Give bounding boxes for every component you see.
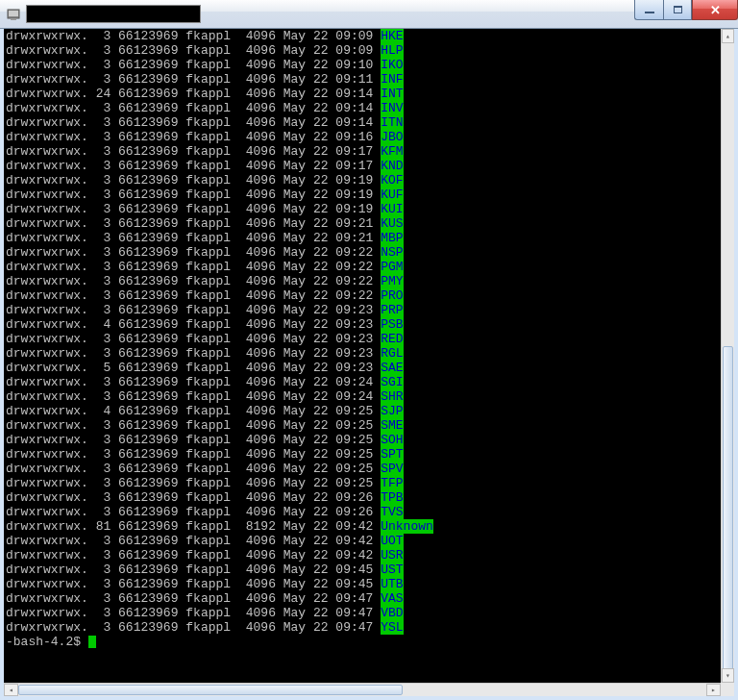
perm-col: drwxrwxrwx.: [6, 606, 88, 620]
group-col: fkappl: [185, 562, 231, 577]
close-button[interactable]: ✕: [692, 0, 738, 20]
owner-col: 66123969: [118, 288, 178, 303]
date-col: May 22 09:16: [283, 130, 374, 144]
links-col: 3: [96, 534, 111, 548]
group-col: fkappl: [185, 115, 231, 130]
date-col: May 22 09:25: [283, 433, 374, 447]
date-col: May 22 09:17: [283, 159, 374, 173]
dir-name: KUF: [381, 188, 403, 202]
date-col: May 22 09:47: [283, 620, 374, 635]
links-col: 4: [96, 317, 111, 332]
dir-listing-row: drwxrwxrwx. 3 66123969 fkappl 4096 May 2…: [6, 332, 719, 346]
size-col: 4096: [238, 548, 276, 562]
terminal-output[interactable]: drwxrwxrwx. 3 66123969 fkappl 4096 May 2…: [4, 29, 721, 696]
dir-name: USR: [381, 548, 403, 562]
perm-col: drwxrwxrwx.: [6, 72, 88, 87]
scroll-thumb-h[interactable]: [18, 685, 403, 695]
dir-listing-row: drwxrwxrwx. 3 66123969 fkappl 4096 May 2…: [6, 303, 719, 317]
size-col: 4096: [238, 159, 276, 173]
dir-name: PMY: [381, 274, 403, 288]
links-col: 3: [96, 577, 111, 591]
size-col: 4096: [238, 346, 276, 361]
owner-col: 66123969: [118, 332, 178, 346]
group-col: fkappl: [185, 620, 231, 635]
owner-col: 66123969: [118, 505, 178, 519]
links-col: 3: [96, 346, 111, 361]
scroll-thumb-v[interactable]: [723, 346, 733, 683]
perm-col: drwxrwxrwx.: [6, 216, 88, 231]
date-col: May 22 09:42: [283, 548, 374, 562]
owner-col: 66123969: [118, 447, 178, 462]
size-col: 4096: [238, 130, 276, 144]
owner-col: 66123969: [118, 490, 178, 505]
group-col: fkappl: [185, 188, 231, 202]
minimize-button[interactable]: [634, 0, 663, 20]
group-col: fkappl: [185, 389, 231, 404]
date-col: May 22 09:09: [283, 43, 374, 58]
scroll-right-button[interactable]: ▸: [706, 684, 721, 696]
dir-name: IKO: [381, 58, 403, 72]
group-col: fkappl: [185, 332, 231, 346]
dir-listing-row: drwxrwxrwx. 3 66123969 fkappl 4096 May 2…: [6, 115, 719, 130]
dir-listing-row: drwxrwxrwx. 3 66123969 fkappl 4096 May 2…: [6, 433, 719, 447]
window-controls: ✕: [634, 0, 738, 20]
scroll-left-button[interactable]: ◂: [4, 684, 18, 696]
owner-col: 66123969: [118, 159, 178, 173]
dir-listing-row: drwxrwxrwx. 3 66123969 fkappl 4096 May 2…: [6, 620, 719, 635]
dir-listing-row: drwxrwxrwx. 3 66123969 fkappl 4096 May 2…: [6, 577, 719, 591]
date-col: May 22 09:23: [283, 303, 374, 317]
links-col: 3: [96, 216, 111, 231]
date-col: May 22 09:26: [283, 490, 374, 505]
links-col: 5: [96, 361, 111, 375]
owner-col: 66123969: [118, 216, 178, 231]
owner-col: 66123969: [118, 361, 178, 375]
perm-col: drwxrwxrwx.: [6, 346, 88, 361]
size-col: 4096: [238, 231, 276, 245]
perm-col: drwxrwxrwx.: [6, 202, 88, 216]
dir-name: SAE: [381, 361, 403, 375]
date-col: May 22 09:24: [283, 389, 374, 404]
links-col: 3: [96, 562, 111, 577]
title-host-input[interactable]: [27, 6, 200, 22]
size-col: 4096: [238, 577, 276, 591]
date-col: May 22 09:42: [283, 534, 374, 548]
links-col: 3: [96, 188, 111, 202]
owner-col: 66123969: [118, 43, 178, 58]
size-col: 4096: [238, 260, 276, 274]
links-col: 3: [96, 245, 111, 260]
size-col: 4096: [238, 144, 276, 159]
dir-listing-row: drwxrwxrwx. 3 66123969 fkappl 4096 May 2…: [6, 72, 719, 87]
perm-col: drwxrwxrwx.: [6, 404, 88, 418]
owner-col: 66123969: [118, 375, 178, 389]
date-col: May 22 09:11: [283, 72, 374, 87]
dir-listing-row: drwxrwxrwx. 3 66123969 fkappl 4096 May 2…: [6, 591, 719, 606]
dir-name: INV: [381, 101, 403, 115]
dir-listing-row: drwxrwxrwx. 3 66123969 fkappl 4096 May 2…: [6, 534, 719, 548]
scroll-up-button[interactable]: ▴: [722, 29, 734, 43]
group-col: fkappl: [185, 375, 231, 389]
links-col: 3: [96, 303, 111, 317]
scroll-corner: [721, 683, 734, 696]
size-col: 4096: [238, 505, 276, 519]
owner-col: 66123969: [118, 173, 178, 188]
links-col: 3: [96, 43, 111, 58]
scroll-down-button[interactable]: ▾: [722, 668, 734, 683]
date-col: May 22 09:22: [283, 288, 374, 303]
group-col: fkappl: [185, 346, 231, 361]
perm-col: drwxrwxrwx.: [6, 562, 88, 577]
group-col: fkappl: [185, 303, 231, 317]
links-col: 3: [96, 144, 111, 159]
prompt-line[interactable]: -bash-4.2$: [6, 635, 719, 649]
group-col: fkappl: [185, 534, 231, 548]
dir-listing-row: drwxrwxrwx. 3 66123969 fkappl 4096 May 2…: [6, 476, 719, 490]
vertical-scrollbar[interactable]: ▴ ▾: [721, 29, 734, 683]
dir-listing-row: drwxrwxrwx. 3 66123969 fkappl 4096 May 2…: [6, 159, 719, 173]
date-col: May 22 09:47: [283, 591, 374, 606]
date-col: May 22 09:21: [283, 216, 374, 231]
group-col: fkappl: [185, 29, 231, 43]
maximize-button[interactable]: [663, 0, 692, 20]
dir-name: KND: [381, 159, 403, 173]
horizontal-scrollbar[interactable]: ◂ ▸: [4, 683, 721, 696]
group-col: fkappl: [185, 274, 231, 288]
titlebar[interactable]: ✕: [0, 0, 738, 29]
